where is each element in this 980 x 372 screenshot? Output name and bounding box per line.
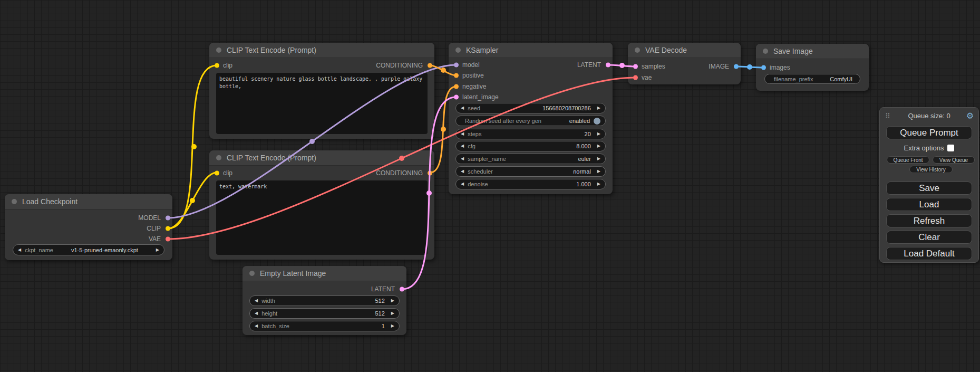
- save-button[interactable]: Save: [886, 182, 972, 195]
- toggle-knob-icon[interactable]: [594, 118, 600, 125]
- node-ksampler[interactable]: KSampler model LATENT positive negative …: [449, 43, 613, 194]
- node-graph-canvas[interactable]: Load Checkpoint MODEL CLIP VAE ◀ ckpt_na…: [0, 0, 980, 372]
- increment-arrow-icon[interactable]: ▶: [597, 144, 600, 148]
- input-port-samples[interactable]: [633, 64, 638, 69]
- increment-arrow-icon[interactable]: ▶: [597, 157, 600, 161]
- node-title-bar[interactable]: CLIP Text Encode (Prompt): [209, 150, 434, 166]
- port-row: negative: [449, 81, 613, 92]
- port-row: clip CONDITIONING: [209, 60, 434, 71]
- decrement-arrow-icon[interactable]: ◀: [461, 182, 464, 186]
- increment-arrow-icon[interactable]: ▶: [597, 169, 600, 174]
- collapse-dot-icon[interactable]: [12, 199, 17, 204]
- random-seed-toggle-widget[interactable]: Random seed after every gen enabled: [455, 116, 606, 126]
- increment-arrow-icon[interactable]: ▶: [597, 106, 600, 110]
- port-row: model LATENT: [449, 60, 613, 70]
- output-port-latent[interactable]: [400, 287, 404, 292]
- increment-arrow-icon[interactable]: ▶: [597, 182, 600, 186]
- clear-button[interactable]: Clear: [886, 231, 972, 244]
- increment-arrow-icon[interactable]: ▶: [156, 248, 159, 252]
- output-port-latent[interactable]: [606, 63, 610, 68]
- queue-prompt-button[interactable]: Queue Prompt: [886, 126, 972, 139]
- settings-gear-icon[interactable]: ⚙: [966, 111, 974, 121]
- increment-arrow-icon[interactable]: ▶: [391, 324, 394, 328]
- decrement-arrow-icon[interactable]: ◀: [255, 311, 258, 316]
- refresh-button[interactable]: Refresh: [886, 214, 972, 227]
- output-label: IMAGE: [709, 63, 729, 70]
- decrement-arrow-icon[interactable]: ◀: [461, 144, 464, 148]
- input-label: latent_image: [462, 93, 499, 101]
- collapse-dot-icon[interactable]: [455, 47, 461, 53]
- extra-options-checkbox[interactable]: [947, 145, 954, 151]
- ckpt-name-widget[interactable]: ◀ ckpt_name v1-5-pruned-emaonly.ckpt ▶: [13, 244, 164, 255]
- node-clip-text-encode-negative[interactable]: CLIP Text Encode (Prompt) clip CONDITION…: [209, 150, 434, 260]
- input-port-images[interactable]: [761, 65, 766, 70]
- width-widget[interactable]: ◀ width 512 ▶: [249, 295, 400, 306]
- prompt-textarea[interactable]: beautiful scenery nature glass bottle la…: [216, 73, 428, 134]
- increment-arrow-icon[interactable]: ▶: [391, 299, 394, 303]
- input-label: negative: [462, 83, 486, 90]
- input-port-vae[interactable]: [633, 75, 638, 80]
- collapse-dot-icon[interactable]: [763, 49, 768, 54]
- decrement-arrow-icon[interactable]: ◀: [461, 106, 464, 110]
- height-widget[interactable]: ◀ height 512 ▶: [249, 308, 400, 319]
- collapse-dot-icon[interactable]: [216, 47, 221, 53]
- output-label: CONDITIONING: [376, 62, 423, 69]
- widget-value: 512: [375, 310, 384, 317]
- output-port-conditioning[interactable]: [428, 171, 432, 176]
- view-history-button[interactable]: View History: [909, 166, 953, 173]
- decrement-arrow-icon[interactable]: ◀: [18, 248, 21, 252]
- seed-widget[interactable]: ◀ seed 156680208700286 ▶: [455, 103, 606, 113]
- decrement-arrow-icon[interactable]: ◀: [461, 132, 464, 136]
- increment-arrow-icon[interactable]: ▶: [597, 132, 600, 136]
- decrement-arrow-icon[interactable]: ◀: [461, 169, 464, 174]
- output-port-model[interactable]: [166, 216, 170, 221]
- collapse-dot-icon[interactable]: [635, 47, 640, 53]
- output-port-image[interactable]: [734, 64, 739, 69]
- steps-widget[interactable]: ◀ steps 20 ▶: [455, 129, 606, 139]
- cfg-widget[interactable]: ◀ cfg 8.000 ▶: [455, 141, 606, 151]
- node-title-bar[interactable]: Save Image: [756, 44, 869, 59]
- input-port-clip[interactable]: [215, 171, 219, 176]
- increment-arrow-icon[interactable]: ▶: [391, 311, 394, 316]
- extra-options-label: Extra options: [904, 144, 944, 152]
- node-title-bar[interactable]: CLIP Text Encode (Prompt): [209, 43, 434, 58]
- load-button[interactable]: Load: [886, 198, 972, 211]
- view-queue-button[interactable]: View Queue: [933, 156, 975, 164]
- queue-front-button[interactable]: Queue Front: [887, 156, 929, 164]
- node-empty-latent-image[interactable]: Empty Latent Image LATENT ◀ width 512 ▶ …: [242, 266, 406, 335]
- widget-value: ComfyUI: [830, 76, 852, 82]
- decrement-arrow-icon[interactable]: ◀: [255, 324, 258, 328]
- node-load-checkpoint[interactable]: Load Checkpoint MODEL CLIP VAE ◀ ckpt_na…: [5, 194, 172, 260]
- link-midpoint-dot: [619, 63, 625, 68]
- collapse-dot-icon[interactable]: [249, 271, 255, 276]
- decrement-arrow-icon[interactable]: ◀: [461, 157, 464, 161]
- prompt-textarea[interactable]: text, watermark: [216, 180, 428, 255]
- input-port-positive[interactable]: [454, 73, 459, 78]
- load-default-button[interactable]: Load Default: [886, 247, 972, 260]
- node-title-bar[interactable]: Empty Latent Image: [242, 266, 406, 281]
- node-save-image[interactable]: Save Image images filename_prefix ComfyU…: [756, 44, 869, 91]
- filename-prefix-widget[interactable]: filename_prefix ComfyUI: [764, 74, 860, 84]
- input-port-model[interactable]: [454, 63, 459, 68]
- node-title-bar[interactable]: Load Checkpoint: [5, 194, 172, 209]
- node-clip-text-encode-positive[interactable]: CLIP Text Encode (Prompt) clip CONDITION…: [209, 43, 434, 139]
- output-port-clip[interactable]: [166, 226, 170, 231]
- output-label: VAE: [149, 235, 161, 243]
- node-title-bar[interactable]: VAE Decode: [628, 43, 741, 58]
- output-port-vae[interactable]: [166, 237, 170, 242]
- output-label: LATENT: [577, 61, 601, 69]
- scheduler-widget[interactable]: ◀ scheduler normal ▶: [455, 166, 606, 177]
- widget-label: width: [261, 298, 275, 304]
- denoise-widget[interactable]: ◀ denoise 1.000 ▶: [455, 179, 606, 189]
- queue-panel-header: ⠿ Queue size: 0 ⚙: [880, 111, 978, 121]
- collapse-dot-icon[interactable]: [216, 155, 221, 160]
- sampler-name-widget[interactable]: ◀ sampler_name euler ▶: [455, 154, 606, 164]
- input-port-latent-image[interactable]: [454, 95, 459, 100]
- batch-size-widget[interactable]: ◀ batch_size 1 ▶: [249, 321, 400, 331]
- input-port-clip[interactable]: [215, 63, 219, 68]
- node-vae-decode[interactable]: VAE Decode samples IMAGE vae: [628, 43, 741, 84]
- decrement-arrow-icon[interactable]: ◀: [255, 299, 258, 303]
- output-port-conditioning[interactable]: [428, 63, 432, 68]
- node-title-bar[interactable]: KSampler: [449, 43, 613, 58]
- input-port-negative[interactable]: [454, 84, 459, 89]
